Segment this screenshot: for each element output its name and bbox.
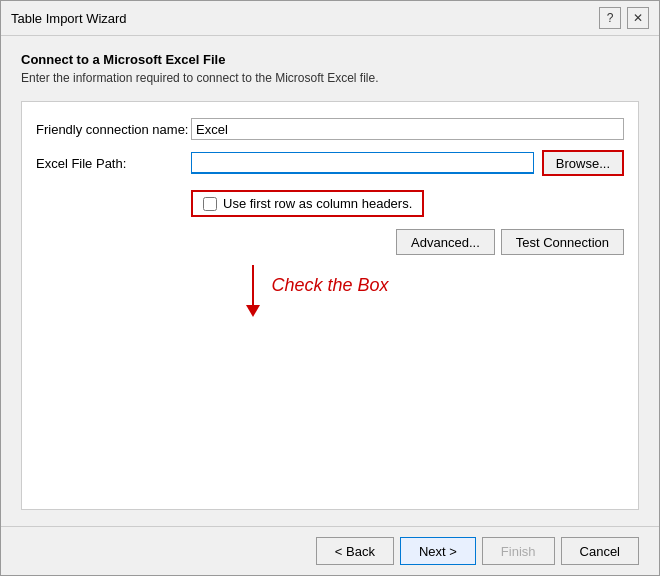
checkbox-label[interactable]: Use first row as column headers. bbox=[223, 196, 412, 211]
connection-name-input[interactable] bbox=[191, 118, 624, 140]
main-content: Connect to a Microsoft Excel File Enter … bbox=[1, 36, 659, 526]
title-bar-controls: ? ✕ bbox=[599, 7, 649, 29]
first-row-checkbox[interactable] bbox=[203, 197, 217, 211]
footer: < Back Next > Finish Cancel bbox=[1, 526, 659, 575]
dialog-title: Table Import Wizard bbox=[11, 11, 127, 26]
action-row: Advanced... Test Connection bbox=[36, 229, 624, 255]
checkbox-border: Use first row as column headers. bbox=[191, 190, 424, 217]
arrow-annotation bbox=[246, 265, 260, 317]
section-title: Connect to a Microsoft Excel File bbox=[21, 52, 639, 67]
arrow-head bbox=[246, 305, 260, 317]
back-button[interactable]: < Back bbox=[316, 537, 394, 565]
file-path-input[interactable] bbox=[191, 152, 534, 174]
annotation-area: Check the Box bbox=[36, 275, 624, 355]
finish-button: Finish bbox=[482, 537, 555, 565]
checkbox-container: Use first row as column headers. bbox=[191, 190, 424, 217]
file-path-row: Excel File Path: Browse... bbox=[36, 150, 624, 176]
browse-button[interactable]: Browse... bbox=[542, 150, 624, 176]
file-path-label: Excel File Path: bbox=[36, 156, 191, 171]
test-connection-button[interactable]: Test Connection bbox=[501, 229, 624, 255]
connection-name-row: Friendly connection name: bbox=[36, 118, 624, 140]
section-subtitle: Enter the information required to connec… bbox=[21, 71, 639, 85]
advanced-button[interactable]: Advanced... bbox=[396, 229, 495, 255]
close-button[interactable]: ✕ bbox=[627, 7, 649, 29]
connection-name-label: Friendly connection name: bbox=[36, 122, 191, 137]
title-bar: Table Import Wizard ? ✕ bbox=[1, 1, 659, 36]
annotation-text: Check the Box bbox=[36, 275, 624, 296]
cancel-button[interactable]: Cancel bbox=[561, 537, 639, 565]
next-button[interactable]: Next > bbox=[400, 537, 476, 565]
form-area: Friendly connection name: Excel File Pat… bbox=[21, 101, 639, 510]
dialog-window: Table Import Wizard ? ✕ Connect to a Mic… bbox=[0, 0, 660, 576]
help-button[interactable]: ? bbox=[599, 7, 621, 29]
arrow-line bbox=[252, 265, 254, 305]
